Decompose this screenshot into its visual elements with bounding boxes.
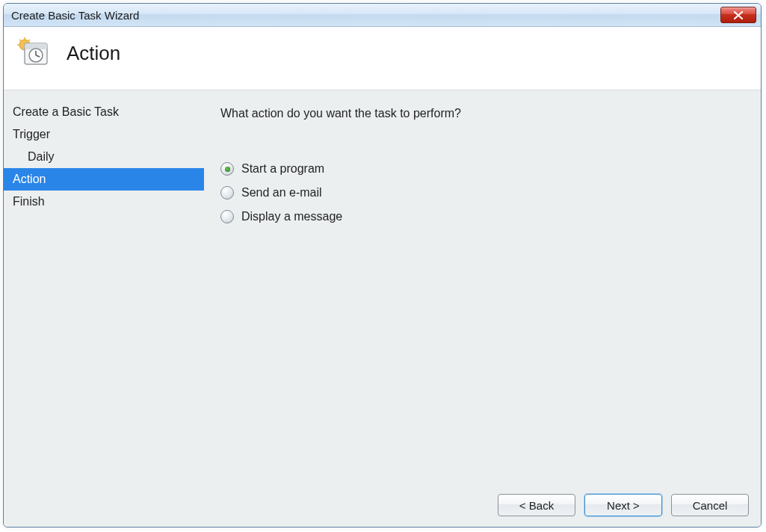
cancel-button[interactable]: Cancel — [671, 494, 749, 516]
svg-line-3 — [19, 40, 21, 41]
next-button[interactable]: Next > — [584, 494, 662, 516]
step-create-basic-task[interactable]: Create a Basic Task — [4, 101, 204, 123]
wizard-window: Create Basic Task Wizard — [3, 3, 762, 528]
step-trigger[interactable]: Trigger — [4, 123, 204, 146]
option-label: Start a program — [241, 162, 324, 176]
radio-icon — [220, 162, 234, 176]
option-label: Display a message — [241, 210, 342, 223]
close-button[interactable] — [720, 7, 756, 23]
titlebar: Create Basic Task Wizard — [4, 4, 761, 27]
option-display-message[interactable]: Display a message — [220, 210, 747, 223]
action-prompt: What action do you want the task to perf… — [220, 107, 747, 120]
wizard-content: What action do you want the task to perf… — [204, 90, 761, 485]
wizard-footer: < Back Next > Cancel — [4, 485, 761, 527]
wizard-steps-sidebar: Create a Basic Task Trigger Daily Action… — [4, 90, 204, 485]
option-start-program[interactable]: Start a program — [220, 162, 747, 176]
step-finish[interactable]: Finish — [4, 191, 204, 213]
window-title: Create Basic Task Wizard — [11, 9, 720, 22]
option-send-email[interactable]: Send an e-mail — [220, 186, 747, 200]
back-button[interactable]: < Back — [498, 494, 575, 516]
close-icon — [733, 11, 744, 19]
radio-icon — [220, 186, 234, 200]
header-band: Action — [4, 27, 761, 90]
task-schedule-icon — [17, 37, 50, 67]
step-action[interactable]: Action — [4, 168, 204, 191]
option-label: Send an e-mail — [241, 186, 322, 200]
page-title: Action — [67, 42, 120, 65]
wizard-body: Create a Basic Task Trigger Daily Action… — [4, 90, 761, 485]
svg-line-4 — [28, 40, 30, 41]
step-daily[interactable]: Daily — [4, 146, 204, 168]
radio-icon — [220, 210, 234, 223]
